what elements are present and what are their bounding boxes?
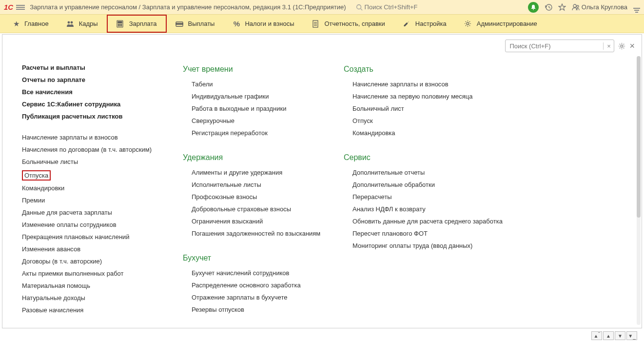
nav-admin[interactable]: Администрирование [455,15,546,33]
nav-kadry[interactable]: Кадры [58,15,107,33]
left-link[interactable]: Договоры (в т.ч. авторские) [22,258,168,265]
mid-column: Учет времени Табели Индивидуальные графи… [183,64,329,318]
star-icon[interactable] [558,3,566,11]
clear-search-button[interactable]: × [603,42,614,50]
sub-link[interactable]: Табели [192,81,329,88]
settings-icon[interactable] [618,42,625,50]
global-search[interactable] [356,3,491,11]
left-bold-link[interactable]: Публикация расчетных листков [22,113,168,120]
vertical-scrollbar[interactable] [637,56,641,325]
left-link[interactable]: Начисления по договорам (в т.ч. авторски… [22,146,168,153]
sub-link[interactable]: Сверхурочные [192,117,329,124]
left-bold-link[interactable]: Отчеты по зарплате [22,76,168,83]
svg-point-10 [118,24,119,25]
svg-point-4 [573,4,576,7]
left-link[interactable]: Начисление зарплаты и взносов [22,134,168,141]
sub-link[interactable]: Распределение основного заработка [192,282,329,289]
content-search-input[interactable] [506,42,603,50]
left-link[interactable]: Командировки [22,184,168,192]
scroll-down-button[interactable]: ▼ [615,331,625,340]
sub-link[interactable]: Погашения задолженностей по взысканиям [192,230,329,237]
sub-link[interactable]: Алименты и другие удержания [192,169,329,176]
sub-link[interactable]: Отражение зарплаты в бухучете [192,294,329,301]
nav-label: Зарплата [129,20,157,27]
left-link[interactable]: Изменение оплаты сотрудников [22,221,168,228]
global-search-input[interactable] [365,3,491,11]
star-filled-icon: ★ [12,20,20,28]
close-icon[interactable]: × [629,41,635,51]
left-link[interactable]: Данные для расчета зарплаты [22,209,168,216]
history-icon[interactable] [545,3,552,11]
titlebar: 1C Зарплата и управление персоналом / За… [0,0,644,15]
left-link[interactable]: Натуральные доходы [22,294,168,302]
nav-label: Настройка [415,20,447,27]
svg-point-11 [119,24,120,25]
nav-vyplaty[interactable]: Выплаты [167,15,224,33]
svg-point-22 [467,22,469,25]
left-link[interactable]: Изменения авансов [22,245,168,253]
sub-link[interactable]: Дополнительные обработки [352,181,509,188]
notifications-icon[interactable] [528,2,539,13]
sub-link[interactable]: Резервы отпусков [192,306,329,313]
sub-link[interactable]: Индивидуальные графики [192,93,329,100]
sub-link[interactable]: Дополнительные отчеты [352,169,509,176]
section-head[interactable]: Сервис [344,153,509,162]
scrollbar-thumb[interactable] [637,56,641,218]
section-head[interactable]: Создать [344,65,509,74]
section-head[interactable]: Бухучет [183,254,329,262]
wallet-icon [176,20,184,27]
sub-link[interactable]: Перерасчеты [352,193,509,201]
left-bold-link[interactable]: Сервис 1С:Кабинет сотрудника [22,101,168,108]
left-link[interactable]: Материальная помощь [22,282,168,289]
sub-link[interactable]: Обновить данные для расчета среднего зар… [352,218,509,225]
nav-nalogi[interactable]: % Налоги и взносы [223,15,303,33]
main-nav: ★ Главное Кадры Зарплата Выплаты % Налог… [0,15,644,33]
section-head[interactable]: Удержания [183,153,329,162]
nav-nastroyka[interactable]: Настройка [394,15,455,33]
scroll-up-button[interactable]: ▲ [603,331,614,340]
svg-rect-9 [118,21,122,23]
nav-label: Администрирование [477,20,537,27]
sub-link[interactable]: Начисление за первую половину месяца [352,93,509,100]
nav-otchetnost[interactable]: Отчетность, справки [303,15,394,33]
sub-link[interactable]: Анализ НДФЛ к возврату [352,205,509,213]
sub-link[interactable]: Регистрация переработок [192,129,329,137]
sub-link[interactable]: Работа в выходные и праздники [192,105,329,112]
burger-icon[interactable] [16,5,25,10]
search-icon [356,4,363,11]
left-bold-link[interactable]: Расчеты и выплаты [22,64,168,71]
scroll-top-button[interactable]: ▲‾ [591,331,602,340]
sub-link[interactable]: Ограничения взысканий [192,218,329,225]
percent-icon: % [232,20,241,28]
sub-link[interactable]: Мониторинг оплаты труда (ввод данных) [352,242,509,249]
section-head[interactable]: Учет времени [183,65,329,74]
left-link[interactable]: Премии [22,197,168,204]
sub-link[interactable]: Пересчет планового ФОТ [352,230,509,237]
content-search[interactable]: × [505,40,614,52]
sub-link[interactable]: Исполнительные листы [192,181,329,188]
left-link[interactable]: Разовые начисления [22,306,168,314]
left-link[interactable]: Больничные листы [22,158,168,165]
svg-rect-17 [176,23,183,24]
sub-link[interactable]: Больничный лист [352,105,509,112]
sub-link[interactable]: Начисление зарплаты и взносов [352,81,509,88]
sub-link[interactable]: Отпуск [352,117,509,124]
nav-main[interactable]: ★ Главное [3,15,58,33]
sub-link[interactable]: Профсоюзные взносы [192,193,329,201]
sub-link[interactable]: Бухучет начислений сотрудников [192,269,329,277]
svg-point-13 [118,25,119,26]
user-block[interactable]: Ольга Круглова [572,3,627,11]
left-link[interactable]: Акты приемки выполненных работ [22,270,168,277]
left-link[interactable]: Прекращения плановых начислений [22,233,168,241]
left-bold-link[interactable]: Все начисления [22,88,168,96]
wrench-icon [403,20,411,27]
people-icon [66,20,75,27]
nav-label: Главное [24,20,49,27]
left-link-otpuska[interactable]: Отпуска [22,170,51,181]
filter-icon[interactable] [633,2,640,13]
sub-link[interactable]: Командировка [352,129,509,137]
nav-zarplata[interactable]: Зарплата [107,15,167,33]
sub-link[interactable]: Добровольные страховые взносы [192,205,329,213]
scroll-bottom-button[interactable]: ▼_ [626,331,637,340]
user-icon [572,3,580,11]
